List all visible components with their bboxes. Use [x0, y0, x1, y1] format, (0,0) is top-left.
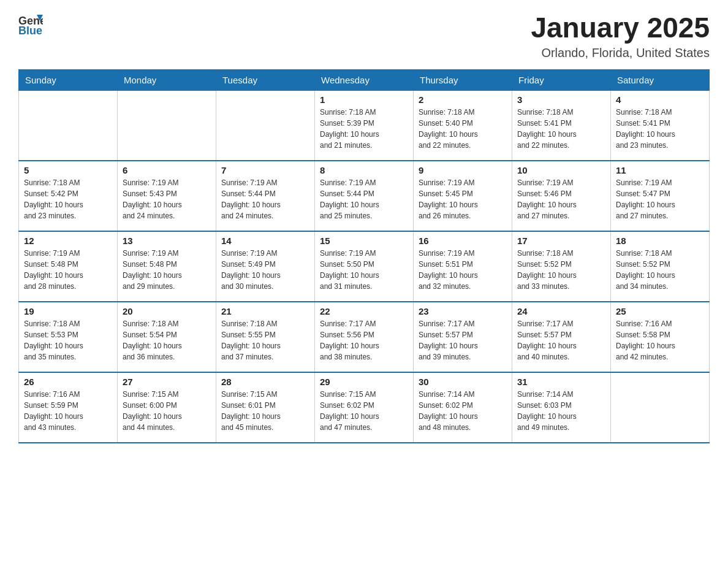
day-number: 15	[320, 236, 408, 246]
day-info: Sunrise: 7:17 AM Sunset: 5:57 PM Dayligh…	[517, 318, 605, 362]
calendar-cell: 8Sunrise: 7:19 AM Sunset: 5:44 PM Daylig…	[315, 161, 414, 231]
day-number: 18	[616, 236, 704, 246]
day-number: 12	[24, 236, 112, 246]
day-info: Sunrise: 7:19 AM Sunset: 5:45 PM Dayligh…	[419, 177, 507, 221]
day-info: Sunrise: 7:18 AM Sunset: 5:41 PM Dayligh…	[616, 107, 704, 151]
calendar-cell: 6Sunrise: 7:19 AM Sunset: 5:43 PM Daylig…	[118, 161, 216, 231]
day-info: Sunrise: 7:19 AM Sunset: 5:48 PM Dayligh…	[123, 248, 211, 292]
calendar-cell: 7Sunrise: 7:19 AM Sunset: 5:44 PM Daylig…	[216, 161, 315, 231]
day-number: 19	[24, 306, 112, 316]
calendar-cell	[19, 90, 118, 161]
day-info: Sunrise: 7:14 AM Sunset: 6:02 PM Dayligh…	[419, 389, 507, 433]
calendar-cell	[118, 90, 216, 161]
calendar-cell: 21Sunrise: 7:18 AM Sunset: 5:55 PM Dayli…	[216, 302, 315, 372]
day-info: Sunrise: 7:19 AM Sunset: 5:48 PM Dayligh…	[24, 248, 112, 292]
calendar-cell: 16Sunrise: 7:19 AM Sunset: 5:51 PM Dayli…	[414, 231, 512, 302]
day-number: 2	[419, 94, 507, 105]
header-wednesday: Wednesday	[315, 69, 414, 90]
calendar-cell: 10Sunrise: 7:19 AM Sunset: 5:46 PM Dayli…	[512, 161, 611, 231]
day-info: Sunrise: 7:15 AM Sunset: 6:02 PM Dayligh…	[320, 389, 408, 433]
day-number: 29	[320, 377, 408, 387]
day-number: 10	[517, 165, 605, 175]
calendar-cell: 3Sunrise: 7:18 AM Sunset: 5:41 PM Daylig…	[512, 90, 611, 161]
calendar-week-row: 19Sunrise: 7:18 AM Sunset: 5:53 PM Dayli…	[19, 302, 710, 372]
day-info: Sunrise: 7:18 AM Sunset: 5:54 PM Dayligh…	[123, 318, 211, 362]
header-saturday: Saturday	[611, 69, 710, 90]
day-number: 26	[24, 377, 112, 387]
calendar-cell: 22Sunrise: 7:17 AM Sunset: 5:56 PM Dayli…	[315, 302, 414, 372]
svg-text:Blue: Blue	[18, 25, 42, 36]
day-number: 20	[123, 306, 211, 316]
day-info: Sunrise: 7:17 AM Sunset: 5:56 PM Dayligh…	[320, 318, 408, 362]
day-info: Sunrise: 7:19 AM Sunset: 5:44 PM Dayligh…	[320, 177, 408, 221]
calendar-header-row: SundayMondayTuesdayWednesdayThursdayFrid…	[19, 69, 710, 90]
calendar-cell: 27Sunrise: 7:15 AM Sunset: 6:00 PM Dayli…	[118, 372, 216, 443]
header-friday: Friday	[512, 69, 611, 90]
day-number: 9	[419, 165, 507, 175]
calendar-cell: 31Sunrise: 7:14 AM Sunset: 6:03 PM Dayli…	[512, 372, 611, 443]
day-info: Sunrise: 7:16 AM Sunset: 5:58 PM Dayligh…	[616, 318, 704, 362]
calendar-cell: 23Sunrise: 7:17 AM Sunset: 5:57 PM Dayli…	[414, 302, 512, 372]
title-area: January 2025 Orlando, Florida, United St…	[531, 12, 710, 60]
calendar-cell: 1Sunrise: 7:18 AM Sunset: 5:39 PM Daylig…	[315, 90, 414, 161]
day-info: Sunrise: 7:18 AM Sunset: 5:53 PM Dayligh…	[24, 318, 112, 362]
day-info: Sunrise: 7:19 AM Sunset: 5:43 PM Dayligh…	[123, 177, 211, 221]
calendar-cell: 19Sunrise: 7:18 AM Sunset: 5:53 PM Dayli…	[19, 302, 118, 372]
day-info: Sunrise: 7:15 AM Sunset: 6:01 PM Dayligh…	[221, 389, 309, 433]
calendar-week-row: 5Sunrise: 7:18 AM Sunset: 5:42 PM Daylig…	[19, 161, 710, 231]
day-info: Sunrise: 7:18 AM Sunset: 5:40 PM Dayligh…	[419, 107, 507, 151]
day-info: Sunrise: 7:19 AM Sunset: 5:50 PM Dayligh…	[320, 248, 408, 292]
day-info: Sunrise: 7:18 AM Sunset: 5:41 PM Dayligh…	[517, 107, 605, 151]
logo-icon: General Blue	[18, 12, 43, 38]
calendar-table: SundayMondayTuesdayWednesdayThursdayFrid…	[18, 69, 710, 444]
day-info: Sunrise: 7:18 AM Sunset: 5:42 PM Dayligh…	[24, 177, 112, 221]
calendar-cell: 29Sunrise: 7:15 AM Sunset: 6:02 PM Dayli…	[315, 372, 414, 443]
calendar-cell: 25Sunrise: 7:16 AM Sunset: 5:58 PM Dayli…	[611, 302, 710, 372]
day-info: Sunrise: 7:19 AM Sunset: 5:51 PM Dayligh…	[419, 248, 507, 292]
calendar-cell: 18Sunrise: 7:18 AM Sunset: 5:52 PM Dayli…	[611, 231, 710, 302]
day-info: Sunrise: 7:18 AM Sunset: 5:55 PM Dayligh…	[221, 318, 309, 362]
calendar-cell: 30Sunrise: 7:14 AM Sunset: 6:02 PM Dayli…	[414, 372, 512, 443]
calendar-cell: 13Sunrise: 7:19 AM Sunset: 5:48 PM Dayli…	[118, 231, 216, 302]
day-number: 11	[616, 165, 704, 175]
header-monday: Monday	[118, 69, 216, 90]
header-thursday: Thursday	[414, 69, 512, 90]
day-number: 16	[419, 236, 507, 246]
day-number: 22	[320, 306, 408, 316]
day-number: 27	[123, 377, 211, 387]
day-number: 3	[517, 94, 605, 105]
location-title: Orlando, Florida, United States	[531, 46, 710, 60]
day-number: 5	[24, 165, 112, 175]
day-info: Sunrise: 7:15 AM Sunset: 6:00 PM Dayligh…	[123, 389, 211, 433]
calendar-cell	[611, 372, 710, 443]
calendar-week-row: 12Sunrise: 7:19 AM Sunset: 5:48 PM Dayli…	[19, 231, 710, 302]
day-number: 1	[320, 94, 408, 105]
header-tuesday: Tuesday	[216, 69, 315, 90]
calendar-cell: 5Sunrise: 7:18 AM Sunset: 5:42 PM Daylig…	[19, 161, 118, 231]
calendar-cell: 15Sunrise: 7:19 AM Sunset: 5:50 PM Dayli…	[315, 231, 414, 302]
calendar-week-row: 26Sunrise: 7:16 AM Sunset: 5:59 PM Dayli…	[19, 372, 710, 443]
day-info: Sunrise: 7:18 AM Sunset: 5:52 PM Dayligh…	[517, 248, 605, 292]
day-info: Sunrise: 7:17 AM Sunset: 5:57 PM Dayligh…	[419, 318, 507, 362]
day-number: 7	[221, 165, 309, 175]
day-number: 21	[221, 306, 309, 316]
calendar-cell: 28Sunrise: 7:15 AM Sunset: 6:01 PM Dayli…	[216, 372, 315, 443]
day-number: 4	[616, 94, 704, 105]
header-sunday: Sunday	[19, 69, 118, 90]
day-info: Sunrise: 7:19 AM Sunset: 5:49 PM Dayligh…	[221, 248, 309, 292]
calendar-cell: 4Sunrise: 7:18 AM Sunset: 5:41 PM Daylig…	[611, 90, 710, 161]
day-info: Sunrise: 7:18 AM Sunset: 5:52 PM Dayligh…	[616, 248, 704, 292]
day-number: 13	[123, 236, 211, 246]
calendar-cell: 14Sunrise: 7:19 AM Sunset: 5:49 PM Dayli…	[216, 231, 315, 302]
day-number: 23	[419, 306, 507, 316]
calendar-cell: 24Sunrise: 7:17 AM Sunset: 5:57 PM Dayli…	[512, 302, 611, 372]
calendar-cell: 2Sunrise: 7:18 AM Sunset: 5:40 PM Daylig…	[414, 90, 512, 161]
day-info: Sunrise: 7:19 AM Sunset: 5:46 PM Dayligh…	[517, 177, 605, 221]
day-number: 25	[616, 306, 704, 316]
day-number: 14	[221, 236, 309, 246]
logo: General Blue	[18, 12, 43, 38]
page-header: General Blue January 2025 Orlando, Flori…	[18, 12, 710, 60]
calendar-cell: 9Sunrise: 7:19 AM Sunset: 5:45 PM Daylig…	[414, 161, 512, 231]
calendar-cell: 26Sunrise: 7:16 AM Sunset: 5:59 PM Dayli…	[19, 372, 118, 443]
calendar-cell: 11Sunrise: 7:19 AM Sunset: 5:47 PM Dayli…	[611, 161, 710, 231]
